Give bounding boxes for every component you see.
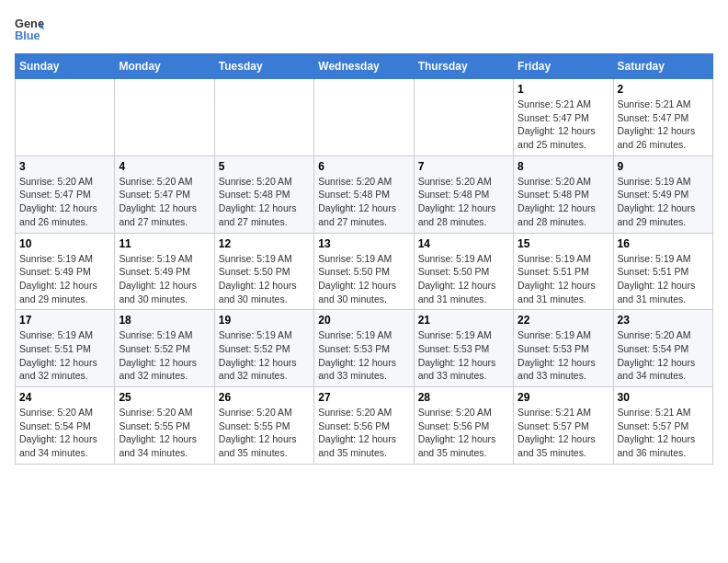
day-cell-4: 4Sunrise: 5:20 AM Sunset: 5:47 PM Daylig… — [115, 155, 214, 233]
week-row-1: 1Sunrise: 5:21 AM Sunset: 5:47 PM Daylig… — [16, 79, 713, 156]
day-info-10: Sunrise: 5:19 AM Sunset: 5:49 PM Dayligh… — [19, 252, 110, 306]
day-number-26: 26 — [219, 391, 310, 404]
day-number-25: 25 — [119, 391, 210, 404]
day-number-22: 22 — [518, 314, 609, 327]
day-number-30: 30 — [618, 391, 709, 404]
day-cell-25: 25Sunrise: 5:20 AM Sunset: 5:55 PM Dayli… — [115, 387, 214, 465]
day-number-28: 28 — [418, 391, 509, 404]
week-row-2: 3Sunrise: 5:20 AM Sunset: 5:47 PM Daylig… — [16, 155, 713, 233]
day-number-20: 20 — [318, 314, 409, 327]
day-info-12: Sunrise: 5:19 AM Sunset: 5:50 PM Dayligh… — [219, 252, 310, 306]
day-info-22: Sunrise: 5:19 AM Sunset: 5:53 PM Dayligh… — [518, 328, 609, 383]
day-info-1: Sunrise: 5:21 AM Sunset: 5:47 PM Dayligh… — [518, 98, 609, 152]
day-info-17: Sunrise: 5:19 AM Sunset: 5:51 PM Dayligh… — [19, 328, 110, 383]
day-number-18: 18 — [119, 314, 210, 327]
svg-text:Blue: Blue — [15, 29, 40, 42]
day-info-5: Sunrise: 5:20 AM Sunset: 5:48 PM Dayligh… — [219, 175, 310, 229]
day-number-6: 6 — [318, 160, 409, 173]
day-number-11: 11 — [119, 237, 210, 250]
day-cell-20: 20Sunrise: 5:19 AM Sunset: 5:53 PM Dayli… — [314, 310, 414, 387]
day-cell-23: 23Sunrise: 5:20 AM Sunset: 5:54 PM Dayli… — [613, 310, 712, 387]
day-number-19: 19 — [219, 314, 310, 327]
page-header: General Blue — [15, 15, 713, 44]
day-info-4: Sunrise: 5:20 AM Sunset: 5:47 PM Dayligh… — [119, 175, 210, 229]
week-row-4: 17Sunrise: 5:19 AM Sunset: 5:51 PM Dayli… — [16, 310, 713, 387]
day-cell-5: 5Sunrise: 5:20 AM Sunset: 5:48 PM Daylig… — [214, 155, 313, 233]
day-number-27: 27 — [318, 391, 409, 404]
day-number-17: 17 — [19, 314, 110, 327]
empty-cell — [314, 79, 414, 156]
weekday-header-sunday: Sunday — [16, 54, 115, 79]
day-number-14: 14 — [418, 237, 509, 250]
day-cell-26: 26Sunrise: 5:20 AM Sunset: 5:55 PM Dayli… — [214, 387, 313, 465]
day-cell-27: 27Sunrise: 5:20 AM Sunset: 5:56 PM Dayli… — [314, 387, 414, 465]
empty-cell — [214, 79, 313, 156]
day-info-7: Sunrise: 5:20 AM Sunset: 5:48 PM Dayligh… — [418, 175, 509, 229]
day-cell-18: 18Sunrise: 5:19 AM Sunset: 5:52 PM Dayli… — [115, 310, 214, 387]
day-cell-29: 29Sunrise: 5:21 AM Sunset: 5:57 PM Dayli… — [514, 387, 613, 465]
day-info-28: Sunrise: 5:20 AM Sunset: 5:56 PM Dayligh… — [418, 406, 509, 460]
day-cell-12: 12Sunrise: 5:19 AM Sunset: 5:50 PM Dayli… — [214, 233, 313, 310]
day-number-1: 1 — [518, 83, 609, 96]
day-cell-3: 3Sunrise: 5:20 AM Sunset: 5:47 PM Daylig… — [16, 155, 115, 233]
day-number-2: 2 — [618, 83, 709, 96]
day-info-29: Sunrise: 5:21 AM Sunset: 5:57 PM Dayligh… — [518, 406, 609, 460]
day-info-19: Sunrise: 5:19 AM Sunset: 5:52 PM Dayligh… — [219, 328, 310, 383]
day-number-3: 3 — [19, 160, 110, 173]
day-cell-24: 24Sunrise: 5:20 AM Sunset: 5:54 PM Dayli… — [16, 387, 115, 465]
weekday-header-thursday: Thursday — [414, 54, 513, 79]
day-number-12: 12 — [219, 237, 310, 250]
weekday-header-tuesday: Tuesday — [214, 54, 313, 79]
empty-cell — [414, 79, 513, 156]
day-number-7: 7 — [418, 160, 509, 173]
day-number-21: 21 — [418, 314, 509, 327]
day-number-24: 24 — [19, 391, 110, 404]
day-number-8: 8 — [518, 160, 609, 173]
day-cell-8: 8Sunrise: 5:20 AM Sunset: 5:48 PM Daylig… — [514, 155, 613, 233]
day-cell-9: 9Sunrise: 5:19 AM Sunset: 5:49 PM Daylig… — [613, 155, 712, 233]
day-number-15: 15 — [518, 237, 609, 250]
day-info-26: Sunrise: 5:20 AM Sunset: 5:55 PM Dayligh… — [219, 406, 310, 460]
day-number-16: 16 — [618, 237, 709, 250]
weekday-header-monday: Monday — [115, 54, 214, 79]
week-row-3: 10Sunrise: 5:19 AM Sunset: 5:49 PM Dayli… — [16, 233, 713, 310]
day-cell-13: 13Sunrise: 5:19 AM Sunset: 5:50 PM Dayli… — [314, 233, 414, 310]
day-info-15: Sunrise: 5:19 AM Sunset: 5:51 PM Dayligh… — [518, 252, 609, 306]
day-info-11: Sunrise: 5:19 AM Sunset: 5:49 PM Dayligh… — [119, 252, 210, 306]
weekday-header-row: SundayMondayTuesdayWednesdayThursdayFrid… — [16, 54, 713, 79]
weekday-header-friday: Friday — [514, 54, 613, 79]
day-cell-7: 7Sunrise: 5:20 AM Sunset: 5:48 PM Daylig… — [414, 155, 513, 233]
day-cell-1: 1Sunrise: 5:21 AM Sunset: 5:47 PM Daylig… — [514, 79, 613, 156]
day-cell-15: 15Sunrise: 5:19 AM Sunset: 5:51 PM Dayli… — [514, 233, 613, 310]
empty-cell — [115, 79, 214, 156]
day-cell-14: 14Sunrise: 5:19 AM Sunset: 5:50 PM Dayli… — [414, 233, 513, 310]
weekday-header-saturday: Saturday — [613, 54, 712, 79]
day-info-23: Sunrise: 5:20 AM Sunset: 5:54 PM Dayligh… — [618, 328, 709, 383]
calendar-table: SundayMondayTuesdayWednesdayThursdayFrid… — [15, 53, 713, 465]
day-cell-19: 19Sunrise: 5:19 AM Sunset: 5:52 PM Dayli… — [214, 310, 313, 387]
day-info-16: Sunrise: 5:19 AM Sunset: 5:51 PM Dayligh… — [618, 252, 709, 306]
day-number-10: 10 — [19, 237, 110, 250]
day-number-4: 4 — [119, 160, 210, 173]
day-cell-11: 11Sunrise: 5:19 AM Sunset: 5:49 PM Dayli… — [115, 233, 214, 310]
day-info-30: Sunrise: 5:21 AM Sunset: 5:57 PM Dayligh… — [618, 406, 709, 460]
day-info-24: Sunrise: 5:20 AM Sunset: 5:54 PM Dayligh… — [19, 406, 110, 460]
day-cell-28: 28Sunrise: 5:20 AM Sunset: 5:56 PM Dayli… — [414, 387, 513, 465]
day-cell-17: 17Sunrise: 5:19 AM Sunset: 5:51 PM Dayli… — [16, 310, 115, 387]
day-info-14: Sunrise: 5:19 AM Sunset: 5:50 PM Dayligh… — [418, 252, 509, 306]
weekday-header-wednesday: Wednesday — [314, 54, 414, 79]
day-cell-22: 22Sunrise: 5:19 AM Sunset: 5:53 PM Dayli… — [514, 310, 613, 387]
day-info-18: Sunrise: 5:19 AM Sunset: 5:52 PM Dayligh… — [119, 328, 210, 383]
day-number-5: 5 — [219, 160, 310, 173]
day-number-29: 29 — [518, 391, 609, 404]
day-number-23: 23 — [618, 314, 709, 327]
day-cell-6: 6Sunrise: 5:20 AM Sunset: 5:48 PM Daylig… — [314, 155, 414, 233]
day-info-3: Sunrise: 5:20 AM Sunset: 5:47 PM Dayligh… — [19, 175, 110, 229]
day-info-27: Sunrise: 5:20 AM Sunset: 5:56 PM Dayligh… — [318, 406, 409, 460]
logo: General Blue — [15, 15, 48, 44]
day-info-13: Sunrise: 5:19 AM Sunset: 5:50 PM Dayligh… — [318, 252, 409, 306]
week-row-5: 24Sunrise: 5:20 AM Sunset: 5:54 PM Dayli… — [16, 387, 713, 465]
day-info-8: Sunrise: 5:20 AM Sunset: 5:48 PM Dayligh… — [518, 175, 609, 229]
day-info-6: Sunrise: 5:20 AM Sunset: 5:48 PM Dayligh… — [318, 175, 409, 229]
day-info-25: Sunrise: 5:20 AM Sunset: 5:55 PM Dayligh… — [119, 406, 210, 460]
